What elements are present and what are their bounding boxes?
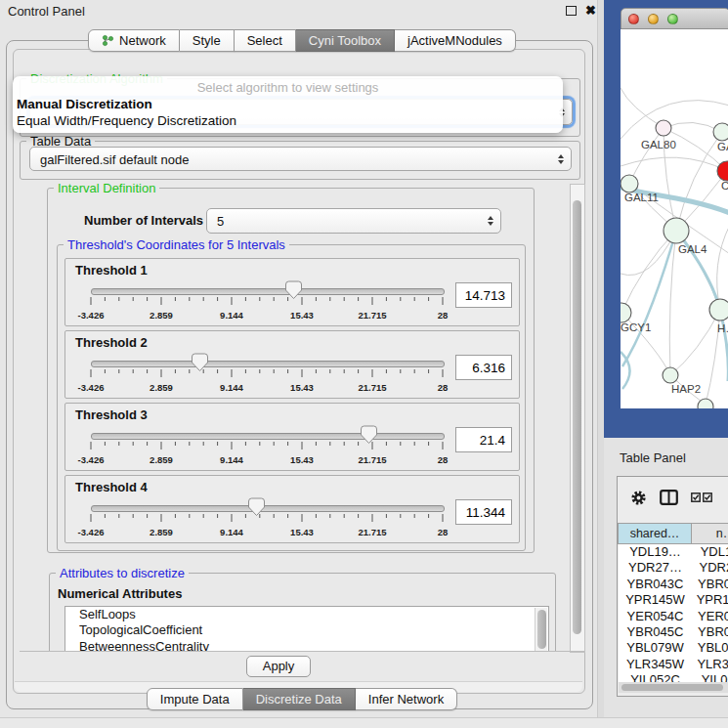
tab-cyni-toolbox[interactable]: Cyni Toolbox bbox=[296, 29, 395, 52]
network-icon bbox=[102, 34, 114, 47]
slider-handle[interactable] bbox=[192, 353, 208, 372]
slider-handle[interactable] bbox=[248, 497, 265, 517]
tab-network[interactable]: Network bbox=[88, 29, 180, 52]
minimize-window-icon[interactable] bbox=[648, 14, 659, 24]
float-window-icon[interactable] bbox=[566, 6, 577, 16]
tab-label: Select bbox=[247, 30, 282, 51]
table-rows: YDL19…YDL19…YDR27…YDR27…YBR043CYBR043CYP… bbox=[619, 544, 728, 682]
tab-impute-data[interactable]: Impute Data bbox=[147, 688, 243, 710]
attributes-scrollbar-thumb[interactable] bbox=[537, 610, 546, 649]
table-row[interactable]: YLR345WYLR345W bbox=[619, 657, 728, 672]
network-edge[interactable] bbox=[676, 132, 722, 231]
slider-track[interactable] bbox=[91, 288, 445, 295]
svg-text:9.144: 9.144 bbox=[220, 454, 243, 465]
column-header[interactable]: n… bbox=[692, 523, 728, 544]
table-cell: YBL079W bbox=[692, 640, 728, 656]
slider-handle[interactable] bbox=[361, 425, 377, 445]
table-cell: YLR345W bbox=[692, 657, 728, 672]
checkbox-select-icon[interactable] bbox=[703, 492, 712, 502]
table-data-combobox[interactable]: galFiltered.sif default node bbox=[29, 147, 572, 171]
network-edge[interactable] bbox=[717, 225, 728, 310]
network-edge[interactable] bbox=[622, 231, 676, 366]
tab-label: Impute Data bbox=[160, 689, 230, 709]
network-node[interactable] bbox=[664, 218, 689, 243]
table-row[interactable]: YER054CYER054C bbox=[619, 609, 728, 624]
network-edge[interactable] bbox=[621, 88, 664, 128]
network-node[interactable] bbox=[713, 123, 728, 141]
network-window-titlebar[interactable] bbox=[621, 8, 728, 29]
num-intervals-combobox[interactable]: 5 bbox=[206, 208, 501, 234]
numerical-attributes-label: Numerical Attributes bbox=[58, 586, 182, 601]
numerical-attributes-list[interactable]: SelfLoopsTopologicalCoefficientBetweenne… bbox=[64, 606, 549, 651]
network-node-label: H… bbox=[717, 322, 728, 334]
table-row[interactable]: YBR043CYBR043C bbox=[619, 577, 728, 592]
numerical-attribute-item[interactable]: TopologicalCoefficient bbox=[65, 622, 548, 638]
numerical-attribute-item[interactable]: SelfLoops bbox=[65, 607, 548, 622]
column-header[interactable]: shared… bbox=[618, 523, 692, 544]
table-hscrollbar[interactable] bbox=[619, 682, 728, 693]
threshold-slider: -3.4262.8599.14415.4321.71528 bbox=[83, 352, 450, 396]
slider-scale: -3.4262.8599.14415.4321.71528 bbox=[83, 440, 450, 467]
slider-track[interactable] bbox=[91, 505, 445, 512]
network-node[interactable] bbox=[656, 120, 671, 136]
svg-text:21.715: 21.715 bbox=[358, 310, 387, 321]
tab-style[interactable]: Style bbox=[180, 29, 235, 52]
table-row[interactable]: YPR145WYPR145W bbox=[619, 592, 728, 608]
column-layout-icon[interactable] bbox=[660, 490, 678, 505]
network-node[interactable] bbox=[717, 161, 728, 181]
main-scrollbar[interactable] bbox=[570, 184, 585, 653]
close-panel-icon[interactable]: ✖ bbox=[585, 3, 596, 18]
gear-icon[interactable] bbox=[630, 490, 647, 506]
zoom-window-icon[interactable] bbox=[667, 14, 678, 24]
checkbox-select-icon[interactable] bbox=[691, 492, 701, 502]
table-row[interactable]: YDR27…YDR27… bbox=[619, 560, 728, 576]
tab-select[interactable]: Select bbox=[235, 29, 296, 52]
network-node[interactable] bbox=[621, 303, 631, 322]
threshold-value-field[interactable]: 14.713 bbox=[455, 282, 512, 308]
table-cell: YBR043C bbox=[692, 577, 728, 592]
threshold-value-field[interactable]: 21.4 bbox=[455, 427, 512, 452]
table-row[interactable]: YIL052CYIL052C bbox=[619, 672, 728, 682]
network-node[interactable] bbox=[621, 175, 638, 193]
attributes-items: SelfLoopsTopologicalCoefficientBetweenne… bbox=[65, 607, 548, 651]
algorithm-option-equal-width-frequency-discretization[interactable]: Equal Width/Frequency Discretization bbox=[13, 112, 563, 129]
slider-track[interactable] bbox=[91, 433, 445, 440]
control-panel: Control Panel ✖ NetworkStyleSelectCyni T… bbox=[0, 0, 604, 728]
slider-handle[interactable] bbox=[285, 280, 302, 300]
svg-text:2.859: 2.859 bbox=[150, 527, 173, 537]
table-row[interactable]: YBR045CYBR045C bbox=[619, 624, 728, 640]
network-node[interactable] bbox=[663, 367, 678, 383]
tab-infer-network[interactable]: Infer Network bbox=[356, 688, 457, 710]
slider-scale: -3.4262.8599.14415.4321.71528 bbox=[83, 367, 450, 395]
tab-discretize-data[interactable]: Discretize Data bbox=[243, 688, 356, 710]
algorithm-dropdown-popup: Select algorithm to view settings Manual… bbox=[13, 76, 563, 133]
close-window-icon[interactable] bbox=[628, 14, 639, 24]
network-edge[interactable] bbox=[629, 128, 664, 184]
network-edge[interactable] bbox=[621, 231, 676, 313]
table-row[interactable]: YBL079WYBL079W bbox=[619, 640, 728, 656]
main-scrollbar-thumb[interactable] bbox=[573, 200, 581, 634]
table-hscrollbar-thumb[interactable] bbox=[621, 684, 723, 691]
network-node[interactable] bbox=[709, 299, 728, 321]
apply-button[interactable]: Apply bbox=[246, 656, 311, 677]
network-edge[interactable] bbox=[670, 310, 720, 375]
thresholds-group: Threshold's Coordinates for 5 Intervals … bbox=[57, 244, 526, 551]
table-cell: YBR043C bbox=[619, 577, 692, 592]
threshold-value-field[interactable]: 6.316 bbox=[455, 355, 512, 380]
table-cell: YDR27… bbox=[692, 560, 728, 576]
algorithm-option-manual-discretization[interactable]: Manual Discretization bbox=[13, 96, 563, 112]
threshold-label: Threshold 1 bbox=[75, 263, 148, 278]
svg-text:28: 28 bbox=[438, 527, 449, 537]
threshold-label: Threshold 3 bbox=[75, 407, 148, 422]
slider-scale: -3.4262.8599.14415.4321.71528 bbox=[83, 295, 450, 322]
numerical-attribute-item[interactable]: BetweennessCentrality bbox=[65, 639, 548, 651]
svg-text:-3.426: -3.426 bbox=[78, 310, 105, 321]
svg-text:15.43: 15.43 bbox=[290, 310, 314, 321]
threshold-value-field[interactable]: 11.344 bbox=[455, 499, 512, 525]
network-canvas[interactable]: GAL80GAL…C…GAL11GAL4GCY1H…HAP2 bbox=[621, 29, 728, 408]
slider-track[interactable] bbox=[91, 361, 445, 367]
table-cell: YDR27… bbox=[619, 560, 692, 576]
table-row[interactable]: YDL19…YDL19… bbox=[619, 544, 728, 560]
tab-jactivemnodules[interactable]: jActiveMNodules bbox=[395, 29, 516, 52]
attributes-scrollbar[interactable] bbox=[535, 608, 547, 651]
